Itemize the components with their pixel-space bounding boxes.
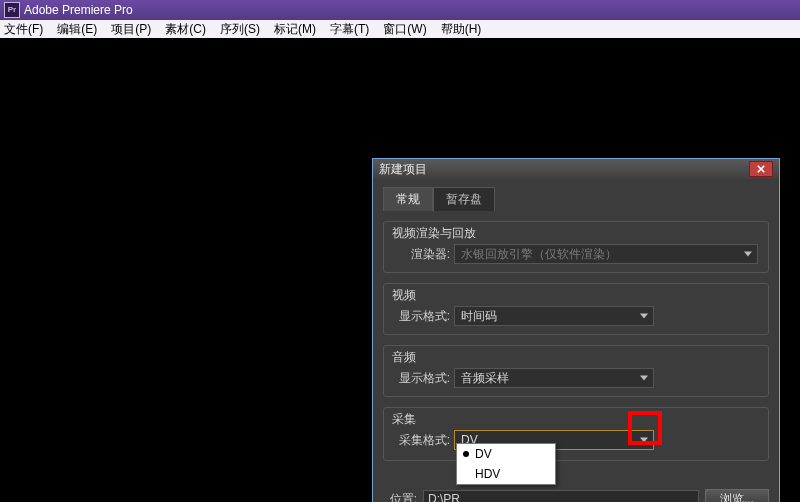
- capture-format-dropdown: DV HDV: [456, 443, 556, 485]
- chevron-down-icon: [637, 371, 651, 385]
- location-label: 位置:: [383, 491, 417, 503]
- video-display-format-label: 显示格式:: [394, 308, 450, 325]
- dialog-tabs: 常规 暂存盘: [383, 187, 769, 211]
- group-render-title: 视频渲染与回放: [392, 225, 476, 242]
- new-project-dialog: 新建项目 常规 暂存盘 视频渲染与回放 渲染器: 水银回放引擎（仅软件渲染）: [372, 158, 780, 502]
- close-icon: [757, 165, 765, 173]
- stage: 新建项目 常规 暂存盘 视频渲染与回放 渲染器: 水银回放引擎（仅软件渲染）: [0, 38, 800, 502]
- tab-scratch-disks[interactable]: 暂存盘: [433, 187, 495, 211]
- group-video: 视频 显示格式: 时间码: [383, 283, 769, 335]
- capture-option-hdv[interactable]: HDV: [457, 464, 555, 484]
- menu-marker[interactable]: 标记(M): [274, 21, 316, 38]
- menu-sequence[interactable]: 序列(S): [220, 21, 260, 38]
- audio-display-format-label: 显示格式:: [394, 370, 450, 387]
- app-icon: Pr: [4, 2, 20, 18]
- menu-project[interactable]: 项目(P): [111, 21, 151, 38]
- dialog-bottom: 位置: D:\PR 浏览... 名称: 确定 取消: [383, 485, 769, 502]
- menu-clip[interactable]: 素材(C): [165, 21, 206, 38]
- dialog-titlebar: 新建项目: [373, 159, 779, 179]
- group-audio: 音频 显示格式: 音频采样: [383, 345, 769, 397]
- app-titlebar: Pr Adobe Premiere Pro: [0, 0, 800, 20]
- chevron-down-icon: [637, 309, 651, 323]
- menu-help[interactable]: 帮助(H): [441, 21, 482, 38]
- group-capture-title: 采集: [392, 411, 416, 428]
- group-audio-title: 音频: [392, 349, 416, 366]
- dialog-close-button[interactable]: [749, 161, 773, 177]
- group-render: 视频渲染与回放 渲染器: 水银回放引擎（仅软件渲染）: [383, 221, 769, 273]
- renderer-label: 渲染器:: [394, 246, 450, 263]
- renderer-value: 水银回放引擎（仅软件渲染）: [461, 246, 617, 263]
- capture-format-label: 采集格式:: [394, 432, 450, 449]
- audio-display-format-select[interactable]: 音频采样: [454, 368, 654, 388]
- capture-option-dv-label: DV: [475, 447, 492, 461]
- dialog-title: 新建项目: [379, 161, 427, 178]
- location-value: D:\PR: [428, 492, 460, 502]
- bullet-icon: [463, 451, 469, 457]
- menu-title[interactable]: 字幕(T): [330, 21, 369, 38]
- app-title: Adobe Premiere Pro: [24, 3, 133, 17]
- tab-general[interactable]: 常规: [383, 187, 433, 211]
- audio-display-format-value: 音频采样: [461, 370, 509, 387]
- capture-option-dv[interactable]: DV: [457, 444, 555, 464]
- chevron-down-icon: [637, 433, 651, 447]
- menubar: 文件(F) 编辑(E) 项目(P) 素材(C) 序列(S) 标记(M) 字幕(T…: [0, 20, 800, 38]
- capture-option-hdv-label: HDV: [475, 467, 500, 481]
- group-video-title: 视频: [392, 287, 416, 304]
- location-field[interactable]: D:\PR: [423, 490, 699, 502]
- renderer-select: 水银回放引擎（仅软件渲染）: [454, 244, 758, 264]
- video-display-format-value: 时间码: [461, 308, 497, 325]
- chevron-down-icon: [741, 247, 755, 261]
- menu-file[interactable]: 文件(F): [4, 21, 43, 38]
- menu-window[interactable]: 窗口(W): [383, 21, 426, 38]
- menu-edit[interactable]: 编辑(E): [57, 21, 97, 38]
- group-capture: 采集 采集格式: DV: [383, 407, 769, 461]
- video-display-format-select[interactable]: 时间码: [454, 306, 654, 326]
- dialog-body: 常规 暂存盘 视频渲染与回放 渲染器: 水银回放引擎（仅软件渲染） 视频 显: [373, 179, 779, 502]
- browse-button[interactable]: 浏览...: [705, 489, 769, 502]
